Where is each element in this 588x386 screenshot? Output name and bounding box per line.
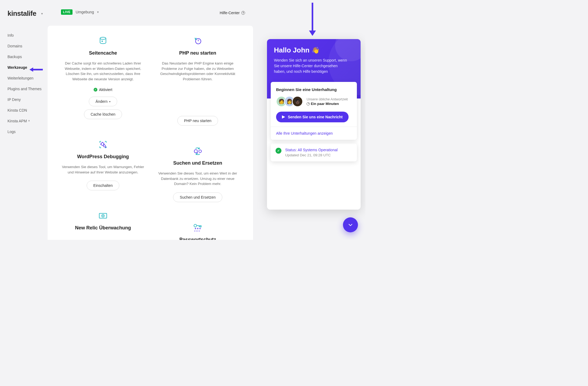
svg-point-9 [194,224,197,227]
live-badge: LIVE [61,9,72,15]
php-desc: Das Neustarten der PHP Engine kann einig… [155,61,240,82]
support-messenger: Hallo John 👋 Wenden Sie sich an unseren … [267,39,361,210]
debug-icon [60,140,146,149]
help-icon: ? [241,11,245,15]
status-ok-icon: ✓ [276,148,281,154]
status-updated: Updated Dec 21, 09:28 UTC [285,153,338,157]
nav-item-plugins-themes[interactable]: Plugins and Themes [7,84,48,94]
svg-text:***: *** [195,227,201,231]
tool-card-search-replace: Suchen und Ersetzen Verwenden Sie dieses… [155,146,240,205]
svg-point-0 [100,37,106,39]
cache-status: ✓ Aktiviert [60,88,146,92]
newrelic-icon [60,211,146,220]
search-replace-button[interactable]: Suchen und Ersetzen [173,192,222,202]
tool-card-newrelic: New Relic Überwachung [60,211,146,231]
start-conversation-card: Beginnen Sie eine Unterhaltung 🧑 👩 🧑🏿 Un… [271,82,357,140]
tool-card-cache: Seitencache Der Cache sorgt für ein schn… [60,36,146,122]
cache-clear-button[interactable]: Cache löschen [84,109,122,119]
cache-title: Seitencache [60,50,146,56]
debug-title: WordPress Debugging [60,154,146,160]
messenger-subtext: Wenden Sie sich an unseren Support, wenn… [274,58,349,74]
nav-item-logs[interactable]: Logs [7,126,48,137]
nav-item-domains[interactable]: Domains [7,41,48,51]
site-switcher-caret[interactable]: ▾ [41,12,43,16]
tool-card-debug: WordPress Debugging Verwenden Sie dieses… [60,140,146,194]
messenger-greeting: Hallo John [274,46,310,54]
svg-point-2 [103,145,105,147]
debug-enable-button[interactable]: Einschalten [87,181,119,190]
environment-switcher[interactable]: LIVE Umgebung ▾ [61,9,99,15]
logo-row: kinstalife ▾ [7,9,48,18]
avatar: 🧑🏿 [292,96,303,107]
view-all-conversations-link[interactable]: Alle Ihre Unterhaltungen anzeigen [276,131,333,135]
chevron-down-icon: ▾ [109,100,110,103]
check-icon: ✓ [94,88,97,92]
response-time-label: Unsere übliche Antwortzeit [307,97,348,101]
logo: kinstalife [7,9,36,18]
nav-item-info[interactable]: Info [7,30,48,41]
tool-card-php: PHP neu starten Das Neustarten der PHP E… [155,36,240,129]
help-center-link[interactable]: Hilfe-Center ? [220,11,245,15]
beta-badge: ▲ [28,119,30,122]
arrow-pointing-werkzeuge [29,67,43,72]
search-desc: Verwenden Sie dieses Tool, um einen Wert… [155,171,240,187]
system-status-card[interactable]: ✓ Status: All Systems Operational Update… [271,143,357,161]
env-label: Umgebung [76,10,94,14]
nav-item-kinsta-apm[interactable]: Kinsta APM▲ [7,116,48,126]
debug-desc: Verwenden Sie dieses Tool, um Warnungen,… [60,164,146,175]
support-avatars: 🧑 👩 🧑🏿 [276,96,303,107]
cache-desc: Der Cache sorgt für ein schnelleres Lade… [60,61,146,82]
nav-item-backups[interactable]: Backups [7,51,48,62]
newrelic-title: New Relic Überwachung [60,225,146,231]
php-restart-button[interactable]: PHP neu starten [177,116,218,126]
messenger-launcher-button[interactable] [343,217,358,232]
cache-change-button[interactable]: Ändern▾ [89,97,117,106]
nav-item-weiterleitungen[interactable]: Weiterleitungen [7,73,48,84]
arrow-pointing-messenger [310,3,315,36]
search-title: Suchen und Ersetzen [155,160,240,166]
env-caret: ▾ [97,10,99,14]
restart-icon [155,36,240,46]
search-replace-icon [155,146,240,156]
response-time-value: Ein paar Minuten [311,102,339,106]
cache-icon [60,36,146,46]
password-icon: *** [155,223,240,232]
send-icon [282,115,285,119]
nav-item-kinsta-cdn[interactable]: Kinsta CDN [7,105,48,116]
clock-icon [307,102,310,105]
send-message-button[interactable]: Senden Sie uns eine Nachricht [276,112,349,122]
php-title: PHP neu starten [155,50,240,56]
tools-panel: Seitencache Der Cache sorgt für ein schn… [48,26,253,240]
password-title: Passwortschutz [155,237,240,240]
convo-title: Beginnen Sie eine Unterhaltung [276,87,352,92]
svg-point-5 [102,215,104,216]
nav-item-ip-deny[interactable]: IP Deny [7,94,48,105]
svg-point-8 [199,150,201,153]
tool-card-password: *** Passwortschutz [155,223,240,240]
status-text: Status: All Systems Operational [285,148,338,152]
chevron-down-icon [348,222,353,228]
wave-icon: 👋 [312,47,320,54]
